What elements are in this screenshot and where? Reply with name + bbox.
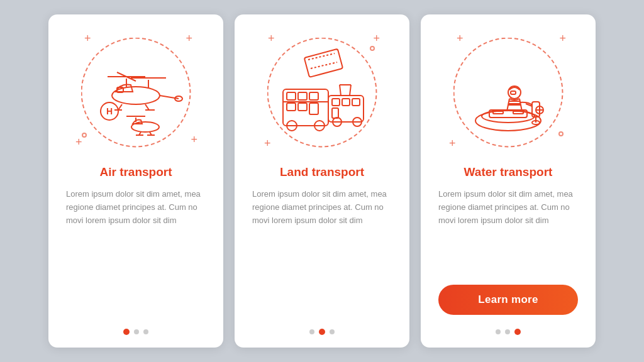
- dot-1[interactable]: [123, 329, 130, 335]
- land-title: Land transport: [280, 165, 364, 179]
- card-land: + + +: [235, 14, 409, 348]
- dot-2[interactable]: [505, 329, 510, 334]
- svg-rect-57: [513, 111, 523, 114]
- air-illustration: + + + +: [73, 30, 199, 155]
- svg-line-43: [350, 85, 351, 96]
- svg-rect-25: [283, 89, 328, 126]
- svg-rect-22: [304, 49, 343, 77]
- svg-rect-37: [342, 99, 350, 106]
- svg-rect-56: [493, 111, 503, 114]
- water-transport-icon: [458, 42, 558, 143]
- plus-icon: +: [191, 133, 197, 146]
- dot-2[interactable]: [319, 329, 325, 335]
- air-dots: [123, 329, 148, 335]
- svg-rect-31: [309, 103, 318, 114]
- plus-icon: +: [186, 32, 192, 45]
- svg-line-42: [340, 85, 341, 96]
- dot-3[interactable]: [143, 329, 148, 334]
- svg-line-9: [145, 104, 149, 110]
- plus-icon: +: [449, 137, 456, 150]
- dot-3[interactable]: [514, 329, 521, 335]
- dot-2[interactable]: [134, 329, 139, 334]
- air-title: Air transport: [99, 165, 172, 179]
- water-body: Lorem ipsum dolor sit dim amet, mea regi…: [438, 188, 578, 278]
- svg-rect-39: [332, 108, 338, 118]
- land-illustration: + + +: [259, 30, 385, 155]
- svg-rect-27: [298, 92, 307, 100]
- land-transport-icon: [272, 42, 372, 143]
- water-dots: [496, 329, 521, 335]
- water-illustration: + + +: [445, 30, 571, 155]
- svg-rect-26: [287, 92, 296, 100]
- svg-line-24: [311, 62, 337, 69]
- plus-icon: +: [264, 137, 271, 150]
- air-body: Lorem ipsum dolor sit dim amet, mea regi…: [66, 188, 206, 317]
- cards-container: + + + +: [48, 14, 596, 348]
- land-dots: [309, 329, 335, 335]
- card-water: + + +: [421, 14, 596, 348]
- circle-decoration: [558, 131, 564, 136]
- plus-icon: +: [75, 136, 82, 149]
- svg-rect-36: [332, 99, 340, 106]
- dot-1[interactable]: [309, 329, 314, 334]
- air-transport-icon: H: [86, 42, 186, 143]
- card-air: + + + +: [48, 14, 223, 348]
- plus-icon: +: [559, 32, 566, 45]
- svg-rect-38: [352, 99, 360, 106]
- learn-more-button[interactable]: Learn more: [438, 285, 578, 315]
- svg-rect-29: [287, 103, 296, 111]
- svg-line-8: [118, 104, 122, 110]
- dot-3[interactable]: [330, 329, 335, 334]
- svg-text:H: H: [106, 106, 113, 116]
- water-title: Water transport: [464, 165, 553, 179]
- svg-line-23: [308, 53, 335, 60]
- land-body: Lorem ipsum dolor sit dim amet, mea regi…: [252, 188, 392, 317]
- plus-icon: +: [373, 32, 380, 45]
- svg-rect-28: [309, 92, 318, 100]
- svg-rect-53: [511, 91, 516, 94]
- dot-1[interactable]: [496, 329, 501, 334]
- svg-rect-30: [298, 103, 307, 111]
- svg-point-0: [112, 87, 160, 104]
